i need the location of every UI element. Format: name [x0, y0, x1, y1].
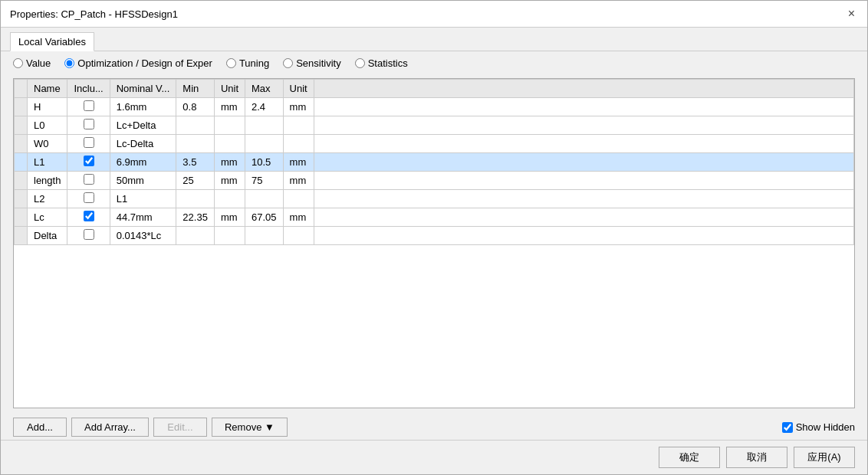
cell-unit-max: mm — [283, 208, 314, 227]
cell-extra — [314, 190, 853, 208]
cell-unit-max: mm — [283, 172, 314, 190]
table-row[interactable]: W0 Lc-Delta — [15, 135, 854, 153]
cancel-button[interactable]: 取消 — [726, 447, 787, 468]
show-hidden-checkbox[interactable] — [782, 422, 793, 433]
add-array-button[interactable]: Add Array... — [71, 418, 149, 437]
cell-name: L2 — [28, 190, 67, 208]
show-hidden-text: Show Hidden — [796, 421, 855, 433]
remove-button[interactable]: Remove ▼ — [212, 418, 288, 437]
table-row[interactable]: H 1.6mm 0.8 mm 2.4 mm — [15, 98, 854, 116]
cell-include[interactable] — [67, 190, 110, 208]
add-button[interactable]: Add... — [13, 418, 67, 437]
cell-min: 22.35 — [176, 208, 215, 227]
cell-name: Lc — [28, 208, 67, 227]
cell-unit-min — [214, 116, 245, 135]
radio-row: Value Optimization / Design of Exper Tun… — [1, 51, 867, 75]
cell-include[interactable] — [67, 208, 110, 227]
cell-max — [245, 190, 284, 208]
table-row[interactable]: Lc 44.7mm 22.35 mm 67.05 mm — [15, 208, 854, 227]
cell-min: 25 — [176, 172, 215, 190]
tab-local-variables[interactable]: Local Variables — [10, 32, 94, 51]
cell-max: 10.5 — [245, 153, 284, 172]
cell-extra — [314, 98, 853, 116]
col-extra — [314, 80, 853, 98]
cell-unit-min — [214, 190, 245, 208]
cell-unit-max — [283, 190, 314, 208]
cell-include[interactable] — [67, 98, 110, 116]
cell-nominal: 6.9mm — [110, 153, 176, 172]
radio-value[interactable]: Value — [13, 57, 51, 69]
cell-max: 2.4 — [245, 98, 284, 116]
col-name: Name — [28, 80, 67, 98]
radio-tuning[interactable]: Tuning — [226, 57, 269, 69]
row-number — [15, 135, 28, 153]
cell-nominal: 1.6mm — [110, 98, 176, 116]
table-row[interactable]: Delta 0.0143*Lc — [15, 227, 854, 245]
show-hidden-container: Show Hidden — [782, 421, 855, 433]
table-row[interactable]: L1 6.9mm 3.5 mm 10.5 mm — [15, 153, 854, 172]
cell-include[interactable] — [67, 172, 110, 190]
row-number — [15, 227, 28, 245]
col-min: Min — [176, 80, 215, 98]
row-number — [15, 208, 28, 227]
cell-unit-min: mm — [214, 172, 245, 190]
cell-unit-min — [214, 135, 245, 153]
col-nominal: Nominal V... — [110, 80, 176, 98]
cell-min — [176, 190, 215, 208]
table-row[interactable]: L0 Lc+Delta — [15, 116, 854, 135]
cell-extra — [314, 135, 853, 153]
cell-min: 0.8 — [176, 98, 215, 116]
row-number — [15, 98, 28, 116]
cell-extra — [314, 227, 853, 245]
tabs-row: Local Variables — [1, 28, 867, 51]
col-unit-min: Unit — [214, 80, 245, 98]
cell-nominal: Lc-Delta — [110, 135, 176, 153]
close-button[interactable]: × — [845, 7, 858, 21]
cell-min: 3.5 — [176, 153, 215, 172]
cell-nominal: 0.0143*Lc — [110, 227, 176, 245]
radio-sensitivity[interactable]: Sensitivity — [283, 57, 341, 69]
action-bar: Add... Add Array... Edit... Remove ▼ Sho… — [1, 411, 867, 440]
col-unit-max: Unit — [283, 80, 314, 98]
cell-include[interactable] — [67, 116, 110, 135]
cell-unit-max — [283, 116, 314, 135]
col-max: Max — [245, 80, 284, 98]
table-container: Name Inclu... Nominal V... Min Unit Max … — [13, 78, 855, 408]
cell-unit-min — [214, 227, 245, 245]
footer: 确定 取消 应用(A) — [1, 440, 867, 474]
edit-button[interactable]: Edit... — [153, 418, 207, 437]
action-buttons: Add... Add Array... Edit... Remove ▼ — [13, 418, 288, 437]
cell-include[interactable] — [67, 153, 110, 172]
cell-nominal: Lc+Delta — [110, 116, 176, 135]
cell-nominal: L1 — [110, 190, 176, 208]
cell-max: 75 — [245, 172, 284, 190]
table-row[interactable]: L2 L1 — [15, 190, 854, 208]
ok-button[interactable]: 确定 — [659, 447, 720, 468]
cell-include[interactable] — [67, 135, 110, 153]
cell-nominal: 44.7mm — [110, 208, 176, 227]
cell-max — [245, 227, 284, 245]
table-row[interactable]: length 50mm 25 mm 75 mm — [15, 172, 854, 190]
col-num — [15, 80, 28, 98]
cell-unit-max — [283, 135, 314, 153]
dialog: Properties: CP_Patch - HFSSDesign1 × Loc… — [0, 0, 868, 475]
radio-optimization[interactable]: Optimization / Design of Exper — [64, 57, 212, 69]
cell-unit-min: mm — [214, 153, 245, 172]
cell-include[interactable] — [67, 227, 110, 245]
cell-max — [245, 135, 284, 153]
radio-statistics[interactable]: Statistics — [355, 57, 408, 69]
cell-unit-max: mm — [283, 98, 314, 116]
apply-button[interactable]: 应用(A) — [794, 447, 855, 468]
cell-nominal: 50mm — [110, 172, 176, 190]
cell-unit-min: mm — [214, 98, 245, 116]
variables-table: Name Inclu... Nominal V... Min Unit Max … — [14, 79, 854, 245]
cell-name: L1 — [28, 153, 67, 172]
cell-name: H — [28, 98, 67, 116]
cell-extra — [314, 172, 853, 190]
cell-extra — [314, 208, 853, 227]
cell-extra — [314, 116, 853, 135]
cell-max: 67.05 — [245, 208, 284, 227]
cell-name: W0 — [28, 135, 67, 153]
cell-extra — [314, 153, 853, 172]
cell-name: Delta — [28, 227, 67, 245]
